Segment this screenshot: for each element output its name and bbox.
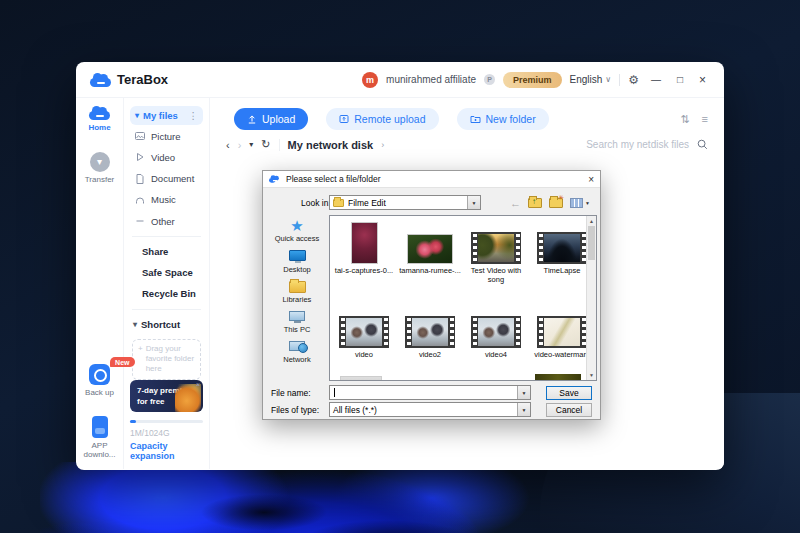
avatar[interactable]: m (362, 72, 378, 88)
cancel-button[interactable]: Cancel (546, 403, 592, 417)
terabox-window: TeraBox m munirahmed affiliate P Premium… (76, 62, 724, 470)
new-badge: New (110, 357, 134, 367)
look-in-label: Look in: (301, 198, 331, 208)
upload-button[interactable]: Upload (234, 108, 308, 130)
search-box[interactable]: Search my netdisk files (586, 139, 708, 150)
nav-forward-icon[interactable]: › (238, 139, 242, 151)
navigation-bar: ‹ › ▾ ↻ My network disk › Search my netd… (210, 130, 724, 157)
maximize-button[interactable]: □ (673, 74, 687, 85)
sidebar-item-picture[interactable]: Picture (130, 125, 203, 146)
language-selector[interactable]: English ∨ (570, 74, 612, 85)
sidebar-item-recycle-bin[interactable]: Recycle Bin (130, 283, 203, 304)
dialog-titlebar[interactable]: Please select a file/folder × (263, 171, 600, 188)
view-list-icon[interactable]: ≡ (702, 113, 708, 126)
libraries-icon (289, 281, 306, 293)
app-name: TeraBox (117, 72, 168, 87)
create-folder-icon[interactable] (549, 198, 563, 208)
combo-arrow-icon[interactable]: ▼ (517, 386, 530, 399)
refresh-icon[interactable]: ↻ (261, 138, 270, 151)
network-icon (289, 341, 305, 351)
file-item[interactable]: video-watermark (530, 312, 594, 359)
file-item[interactable]: tai-s-captures-0... (332, 220, 396, 275)
new-folder-button[interactable]: New folder (457, 108, 549, 130)
place-this-pc[interactable]: This PC (267, 311, 327, 334)
file-list-scrollbar[interactable]: ▲ ▼ (586, 216, 596, 380)
view-menu-icon[interactable]: ▼ (570, 198, 590, 208)
banner-close-icon[interactable]: × (196, 381, 200, 388)
folder-icon (333, 199, 344, 207)
premium-banner[interactable]: 7-day premium for free × (130, 380, 203, 413)
up-one-level-icon[interactable] (528, 198, 542, 208)
file-picker-dialog: Please select a file/folder × Look in: F… (262, 170, 601, 420)
divider (279, 139, 280, 151)
rail-item-home[interactable]: Home (79, 106, 121, 132)
look-in-combobox[interactable]: Filme Edit ▼ (329, 195, 481, 210)
video-thumbnail (537, 232, 587, 264)
scroll-down-icon[interactable]: ▼ (587, 372, 596, 378)
terabox-logo: TeraBox (90, 72, 168, 87)
minimize-button[interactable]: — (647, 74, 665, 85)
video-thumbnail (471, 316, 521, 348)
affiliate-badge-icon: P (484, 74, 495, 85)
favorite-folder-dropzone[interactable]: + Drag your favorite folder here (132, 339, 201, 380)
file-item[interactable]: Test Video with song (464, 220, 528, 285)
combo-arrow-icon[interactable]: ▼ (517, 403, 530, 416)
rail-item-app-download[interactable]: APP downlo... (79, 416, 121, 459)
places-bar: ★ Quick access Desktop Libraries (267, 217, 327, 379)
file-item[interactable]: video4 (464, 312, 528, 359)
upload-icon (247, 114, 257, 124)
breadcrumb[interactable]: My network disk (288, 139, 374, 151)
place-quick-access[interactable]: ★ Quick access (267, 219, 327, 243)
transfer-icon (90, 152, 110, 172)
user-name[interactable]: munirahmed affiliate (386, 74, 476, 85)
other-icon (135, 216, 145, 226)
scrollbar-thumb[interactable] (588, 226, 595, 260)
sidebar-item-share[interactable]: Share (130, 241, 203, 262)
partial-thumbnail (340, 376, 382, 381)
new-folder-icon (470, 114, 481, 124)
nav-history-caret-icon[interactable]: ▾ (249, 140, 253, 149)
place-desktop[interactable]: Desktop (267, 250, 327, 274)
sidebar-item-shortcut[interactable]: ▾ Shortcut (130, 313, 203, 334)
video-icon (135, 152, 145, 162)
caret-down-icon: ▾ (133, 320, 137, 329)
remote-upload-button[interactable]: Remote upload (326, 108, 438, 130)
file-name-input[interactable]: ▼ (329, 385, 531, 400)
place-libraries[interactable]: Libraries (267, 281, 327, 304)
file-item[interactable]: tamanna-rumee-... (398, 220, 462, 275)
rail-item-backup[interactable]: New Back up (79, 364, 121, 397)
sidebar-item-video[interactable]: Video (130, 147, 203, 168)
premium-badge[interactable]: Premium (503, 72, 562, 88)
nav-back-icon[interactable]: ‹ (226, 139, 230, 151)
close-button[interactable]: × (695, 73, 710, 87)
sidebar-item-music[interactable]: Music (130, 189, 203, 210)
scroll-up-icon[interactable]: ▲ (587, 218, 596, 224)
rail-item-transfer[interactable]: Transfer (79, 152, 121, 184)
file-item[interactable]: video (332, 312, 396, 359)
video-thumbnail (471, 232, 521, 264)
sidebar-item-my-files[interactable]: ▾ My files ⋮ (130, 106, 203, 125)
combo-arrow-icon[interactable]: ▼ (467, 196, 480, 209)
breadcrumb-chevron-icon: › (381, 140, 384, 150)
place-network[interactable]: Network (267, 341, 327, 364)
desktop-background: TeraBox m munirahmed affiliate P Premium… (0, 0, 800, 533)
sidebar-item-safe-space[interactable]: Safe Space (130, 262, 203, 283)
left-rail: Home Transfer New Back up APP downlo... (76, 98, 124, 469)
sidebar-item-other[interactable]: Other (130, 211, 203, 232)
file-item[interactable]: TimeLapse (530, 220, 594, 275)
remote-upload-icon (339, 114, 349, 124)
capacity-expansion-link[interactable]: Capacity expansion (130, 441, 203, 461)
file-item[interactable]: video2 (398, 312, 462, 359)
file-list: tai-s-captures-0... tamanna-rumee-... Te… (329, 215, 597, 381)
gear-icon[interactable]: ⚙ (628, 73, 639, 87)
more-options-icon[interactable]: ⋮ (189, 110, 199, 121)
image-thumbnail (351, 222, 378, 264)
save-button[interactable]: Save (546, 386, 592, 400)
search-icon (697, 139, 708, 150)
sort-icon[interactable]: ⇅ (680, 113, 689, 126)
dialog-close-icon[interactable]: × (588, 174, 594, 185)
sidebar-item-document[interactable]: Document (130, 168, 203, 189)
file-type-combobox[interactable]: All files (*.*) ▼ (329, 402, 531, 417)
back-arrow-icon[interactable]: ← (510, 197, 521, 209)
video-thumbnail (339, 316, 389, 348)
